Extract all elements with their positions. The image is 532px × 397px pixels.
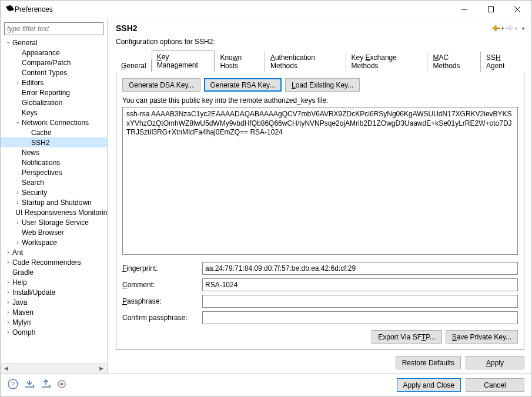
tree-item-help[interactable]: ›Help <box>1 277 107 287</box>
tree-item-oomph[interactable]: ›Oomph <box>1 327 107 337</box>
tree-item-label: User Storage Service <box>22 218 89 227</box>
tree-item-label: News <box>22 149 39 157</box>
svg-text:?: ? <box>11 381 15 388</box>
tree-item-ui-responsiveness-monitoring[interactable]: ›UI Responsiveness Monitoring <box>1 207 107 217</box>
tree-item-label: Network Connections <box>22 119 89 127</box>
tree-item-ant[interactable]: ›Ant <box>1 247 107 257</box>
tree-item-general[interactable]: ⌄General <box>1 38 107 48</box>
fingerprint-label: Fingerprint: <box>122 264 199 272</box>
tree-item-web-browser[interactable]: ›Web Browser <box>1 227 107 237</box>
tree-item-perspectives[interactable]: ›Perspectives <box>1 167 107 177</box>
oomph-icon[interactable] <box>57 379 66 391</box>
export-icon[interactable] <box>41 379 51 391</box>
tab-general[interactable]: General <box>116 59 152 72</box>
preferences-tree-pane: ⌄General›Appearance›Compare/Patch›Conten… <box>1 19 108 373</box>
page-subtitle: Configuration options for SSH2: <box>116 38 524 46</box>
expand-icon[interactable]: › <box>14 189 22 196</box>
ssh2-tabs: GeneralKey ManagementKnown HostsAuthenti… <box>116 51 524 72</box>
tree-item-news[interactable]: ›News <box>1 147 107 157</box>
export-via-sftp-button[interactable]: Export Via SFTP... <box>372 330 442 344</box>
expand-icon[interactable]: › <box>4 249 12 255</box>
comment-field[interactable] <box>202 278 518 291</box>
load-existing-key-button[interactable]: Load Existing Key... <box>285 78 360 92</box>
tree-item-keys[interactable]: ›Keys <box>1 107 107 117</box>
forward-button[interactable]: ▾ <box>505 25 517 32</box>
tree-item-code-recommenders[interactable]: ›Code Recommenders <box>1 257 107 267</box>
app-icon <box>5 4 15 15</box>
minimize-button[interactable] <box>451 1 477 18</box>
forward-dropdown-icon[interactable]: ▾ <box>515 26 517 31</box>
tree-item-label: Globalization <box>22 99 62 107</box>
tree-scroll[interactable]: ⌄General›Appearance›Compare/Patch›Conten… <box>1 38 107 363</box>
tree-item-content-types[interactable]: ›Content Types <box>1 68 107 78</box>
tab-known-hosts[interactable]: Known Hosts <box>215 51 265 72</box>
tree-item-editors[interactable]: ›Editors <box>1 78 107 88</box>
collapse-icon[interactable]: ⌄ <box>4 38 12 45</box>
tree-item-appearance[interactable]: ›Appearance <box>1 48 107 58</box>
tree-item-label: UI Responsiveness Monitoring <box>15 208 107 217</box>
expand-icon[interactable]: › <box>14 239 22 245</box>
tree-item-network-connections[interactable]: ⌄Network Connections <box>1 117 107 127</box>
tree-horizontal-scrollbar[interactable]: ◄► <box>1 363 107 373</box>
save-private-key-button[interactable]: Save Private Key... <box>446 330 518 344</box>
expand-icon[interactable]: › <box>4 299 12 305</box>
tab-key-exchange-methods[interactable]: Key Exchange Methods <box>346 51 428 72</box>
tree-item-startup-and-shutdown[interactable]: ›Startup and Shutdown <box>1 197 107 207</box>
tree-item-security[interactable]: ›Security <box>1 187 107 197</box>
tree-item-cache[interactable]: ›Cache <box>1 127 107 137</box>
tree-item-workspace[interactable]: ›Workspace <box>1 237 107 247</box>
collapse-icon[interactable]: ⌄ <box>14 118 22 125</box>
tree-item-ssh2[interactable]: ›SSH2 <box>1 137 107 147</box>
tree-item-java[interactable]: ›Java <box>1 297 107 307</box>
public-key-textarea[interactable]: ssh-rsa AAAAB3NzaC1yc2EAAAADAQABAAAAgQCV… <box>122 107 518 255</box>
expand-icon[interactable]: › <box>4 329 12 335</box>
tab-ssh-agent[interactable]: SSH Agent <box>481 51 524 72</box>
expand-icon[interactable]: › <box>4 259 12 265</box>
expand-icon[interactable]: › <box>14 199 22 206</box>
confirm-passphrase-field[interactable] <box>202 311 518 324</box>
tree-item-label: Compare/Patch <box>22 59 71 67</box>
tree-item-label: Appearance <box>22 49 60 57</box>
tree-item-globalization[interactable]: ›Globalization <box>1 97 107 107</box>
generate-rsa-button[interactable]: Generate RSA Key... <box>204 78 282 92</box>
apply-and-close-button[interactable]: Apply and Close <box>397 378 461 392</box>
tree-item-label: Startup and Shutdown <box>22 198 92 207</box>
tree-item-label: Perspectives <box>22 169 62 177</box>
tree-item-compare-patch[interactable]: ›Compare/Patch <box>1 58 107 68</box>
back-button[interactable]: ▾ <box>491 25 504 32</box>
back-dropdown-icon[interactable]: ▾ <box>501 26 504 31</box>
maximize-button[interactable] <box>477 1 504 18</box>
expand-icon[interactable]: › <box>14 79 22 86</box>
expand-icon[interactable]: › <box>4 319 12 325</box>
tree-item-search[interactable]: ›Search <box>1 177 107 187</box>
view-menu-icon[interactable]: ▾ <box>522 26 524 31</box>
close-button[interactable] <box>504 1 530 18</box>
help-icon[interactable]: ? <box>8 379 18 391</box>
tab-key-management[interactable]: Key Management <box>152 51 215 72</box>
tree-item-notifications[interactable]: ›Notifications <box>1 157 107 167</box>
fingerprint-field[interactable] <box>202 262 518 275</box>
comment-label: Comment: <box>122 281 199 289</box>
tab-authentication-methods[interactable]: Authentication Methods <box>265 51 346 72</box>
tree-item-install-update[interactable]: ›Install/Update <box>1 287 107 297</box>
expand-icon[interactable]: › <box>4 289 12 295</box>
restore-defaults-button[interactable]: Restore Defaults <box>396 356 461 369</box>
apply-button[interactable]: Apply <box>466 356 524 369</box>
tree-item-mylyn[interactable]: ›Mylyn <box>1 317 107 327</box>
tree-item-maven[interactable]: ›Maven <box>1 307 107 317</box>
cancel-button[interactable]: Cancel <box>466 378 524 392</box>
generate-dsa-button[interactable]: Generate DSA Key... <box>122 78 200 92</box>
tree-item-label: Code Recommenders <box>12 258 81 267</box>
tree-item-label: Security <box>22 189 47 197</box>
expand-icon[interactable]: › <box>4 279 12 285</box>
passphrase-field[interactable] <box>202 295 518 308</box>
tree-item-gradle[interactable]: ›Gradle <box>1 267 107 277</box>
tree-item-label: Help <box>12 278 27 287</box>
filter-input[interactable] <box>4 22 103 35</box>
tab-mac-methods[interactable]: MAC Methods <box>427 51 481 72</box>
tree-item-error-reporting[interactable]: ›Error Reporting <box>1 88 107 97</box>
expand-icon[interactable]: › <box>4 309 12 315</box>
tree-item-user-storage-service[interactable]: ›User Storage Service <box>1 217 107 227</box>
import-icon[interactable] <box>24 379 35 391</box>
expand-icon[interactable]: › <box>14 219 22 226</box>
